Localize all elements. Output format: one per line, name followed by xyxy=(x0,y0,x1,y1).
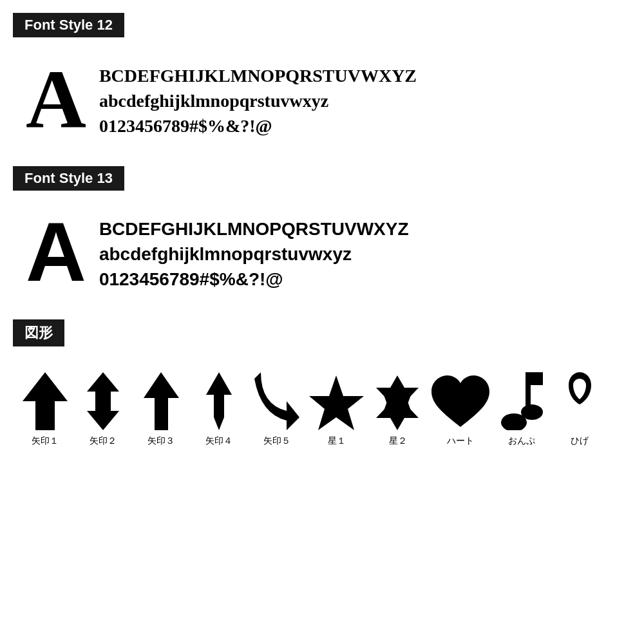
shape-item-music: おんぷ xyxy=(496,372,547,447)
shapes-section: 図形 矢印１ 矢印２ xyxy=(13,319,631,453)
mustache-label: ひげ xyxy=(571,435,589,447)
arrow1-icon xyxy=(23,372,68,430)
font-style-13-demo: A BCDEFGHIJKLMNOPQRSTUVWXYZ abcdefghijkl… xyxy=(13,204,631,300)
shapes-grid: 矢印１ 矢印２ 矢印３ xyxy=(13,359,631,453)
font-style-12-line2: abcdefghijklmnopqrstuvwxyz xyxy=(99,88,417,113)
font-style-12-header: Font Style 12 xyxy=(13,13,124,37)
star2-label: 星２ xyxy=(389,435,407,447)
arrow4-icon xyxy=(206,372,232,430)
shape-item-star1: 星１ xyxy=(309,375,364,447)
font-style-12-big-letter: A xyxy=(26,57,86,140)
arrow3-icon xyxy=(144,372,179,430)
heart-label: ハート xyxy=(447,435,474,447)
font-style-13-char-lines: BCDEFGHIJKLMNOPQRSTUVWXYZ abcdefghijklmn… xyxy=(99,210,409,292)
svg-marker-1 xyxy=(87,372,119,430)
font-style-13-line2: abcdefghijklmnopqrstuvwxyz xyxy=(99,242,409,267)
arrow1-label: 矢印１ xyxy=(32,435,59,447)
star2-icon xyxy=(370,375,425,430)
star1-icon xyxy=(309,375,364,430)
font-style-12-line1: BCDEFGHIJKLMNOPQRSTUVWXYZ xyxy=(99,63,417,88)
arrow3-label: 矢印３ xyxy=(147,435,175,447)
font-style-13-line3: 0123456789#$%&?!@ xyxy=(99,267,409,292)
svg-marker-3 xyxy=(206,372,232,430)
font-style-12-line3: 0123456789#$%&?!@ xyxy=(99,113,417,138)
shape-item-arrow5: 矢印５ xyxy=(251,372,303,447)
svg-marker-4 xyxy=(309,375,364,430)
shape-item-heart: ハート xyxy=(431,375,489,447)
svg-marker-2 xyxy=(144,372,179,430)
shape-item-arrow1: 矢印１ xyxy=(19,372,71,447)
font-style-13-header: Font Style 13 xyxy=(13,166,124,191)
font-style-13-line1: BCDEFGHIJKLMNOPQRSTUVWXYZ xyxy=(99,216,409,242)
shape-item-star2: 星２ xyxy=(370,375,425,447)
music-label: おんぷ xyxy=(508,435,535,447)
heart-icon xyxy=(431,375,489,430)
mustache-icon xyxy=(569,372,591,430)
arrow2-label: 矢印２ xyxy=(90,435,117,447)
font-style-12-section: Font Style 12 A BCDEFGHIJKLMNOPQRSTUVWXY… xyxy=(13,13,631,147)
svg-rect-9 xyxy=(526,372,543,385)
shapes-header: 図形 xyxy=(13,319,64,346)
shape-item-arrow3: 矢印３ xyxy=(135,372,187,447)
arrow5-label: 矢印５ xyxy=(263,435,290,447)
font-style-13-big-letter: A xyxy=(26,210,86,294)
font-style-12-char-lines: BCDEFGHIJKLMNOPQRSTUVWXYZ abcdefghijklmn… xyxy=(99,57,417,139)
arrow2-icon xyxy=(84,372,122,430)
font-style-13-section: Font Style 13 A BCDEFGHIJKLMNOPQRSTUVWXY… xyxy=(13,166,631,300)
svg-marker-0 xyxy=(23,372,68,430)
shape-item-arrow4: 矢印４ xyxy=(193,372,245,447)
shape-item-arrow2: 矢印２ xyxy=(77,372,129,447)
arrow4-label: 矢印４ xyxy=(205,435,232,447)
star1-label: 星１ xyxy=(328,435,346,447)
arrow5-icon xyxy=(254,372,299,430)
svg-point-10 xyxy=(521,404,543,420)
shape-item-mustache: ひげ xyxy=(554,372,605,447)
music-icon xyxy=(501,372,543,430)
font-style-12-demo: A BCDEFGHIJKLMNOPQRSTUVWXYZ abcdefghijkl… xyxy=(13,50,631,147)
